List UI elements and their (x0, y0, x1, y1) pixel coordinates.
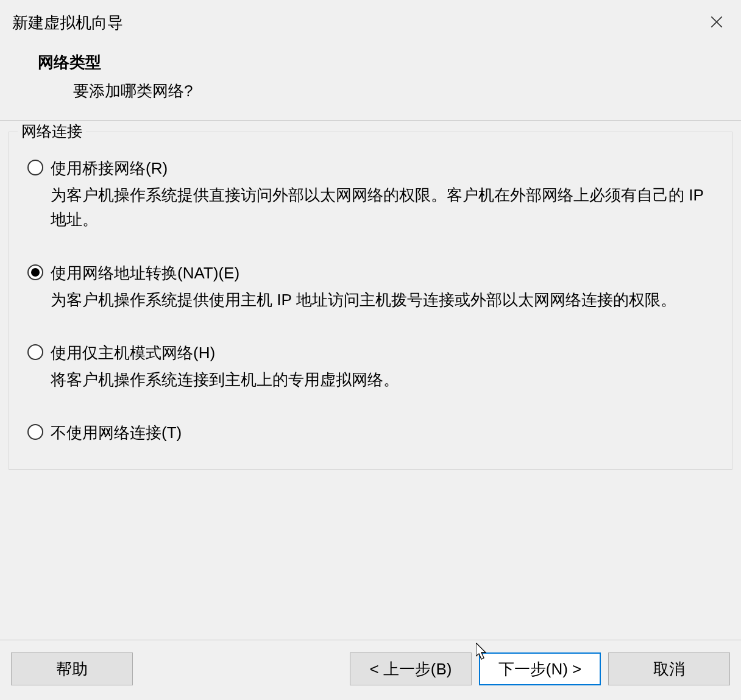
option-bridged-desc: 为客户机操作系统提供直接访问外部以太网网络的权限。客户机在外部网络上必须有自己的… (51, 183, 714, 232)
network-connection-group: 网络连接 使用桥接网络(R) 为客户机操作系统提供直接访问外部以太网网络的权限。… (9, 132, 732, 470)
option-bridged[interactable]: 使用桥接网络(R) 为客户机操作系统提供直接访问外部以太网网络的权限。客户机在外… (27, 157, 714, 232)
footer: 帮助 < 上一步(B) 下一步(N) > 取消 (0, 640, 741, 700)
help-button[interactable]: 帮助 (11, 652, 133, 685)
cancel-button[interactable]: 取消 (608, 652, 730, 685)
close-button[interactable] (704, 10, 729, 34)
group-legend: 网络连接 (18, 121, 86, 141)
back-button[interactable]: < 上一步(B) (350, 652, 472, 685)
close-icon (709, 14, 725, 30)
option-none[interactable]: 不使用网络连接(T) (27, 421, 714, 445)
radio-none[interactable] (27, 424, 43, 440)
radio-hostonly[interactable] (27, 344, 43, 360)
page-subtitle: 要添加哪类网络? (73, 80, 704, 102)
next-button[interactable]: 下一步(N) > (479, 652, 601, 685)
option-hostonly[interactable]: 使用仅主机模式网络(H) 将客户机操作系统连接到主机上的专用虚拟网络。 (27, 341, 714, 392)
option-nat[interactable]: 使用网络地址转换(NAT)(E) 为客户机操作系统提供使用主机 IP 地址访问主… (27, 261, 714, 312)
option-nat-label[interactable]: 使用网络地址转换(NAT)(E) (51, 261, 714, 285)
wizard-title: 新建虚拟机向导 (12, 12, 704, 34)
option-hostonly-label[interactable]: 使用仅主机模式网络(H) (51, 341, 714, 365)
radio-bridged[interactable] (27, 160, 43, 175)
radio-nat[interactable] (27, 264, 43, 280)
option-none-label[interactable]: 不使用网络连接(T) (51, 421, 714, 445)
option-bridged-label[interactable]: 使用桥接网络(R) (51, 157, 714, 180)
option-nat-desc: 为客户机操作系统提供使用主机 IP 地址访问主机拨号连接或外部以太网网络连接的权… (51, 288, 714, 312)
option-hostonly-desc: 将客户机操作系统连接到主机上的专用虚拟网络。 (51, 367, 714, 392)
page-title: 网络类型 (38, 52, 704, 73)
